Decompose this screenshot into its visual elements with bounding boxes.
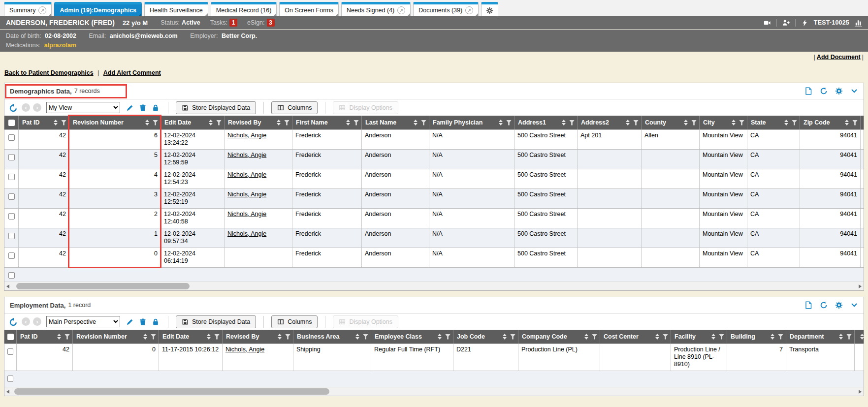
add-person-icon[interactable] (782, 19, 790, 27)
sort-icon[interactable] (57, 334, 61, 340)
edit-view-pencil-icon[interactable] (125, 318, 135, 326)
column-header-cost-center[interactable]: Cost Center (600, 330, 671, 344)
scroll-right-arrow[interactable] (859, 284, 862, 288)
select-all-checkbox[interactable] (4, 116, 18, 129)
h-scroll-thumb[interactable] (16, 283, 190, 289)
filter-icon[interactable] (285, 334, 290, 340)
sort-icon[interactable] (655, 334, 659, 340)
column-header-business-area[interactable]: Business Area (293, 330, 371, 344)
scroll-right-arrow[interactable] (859, 390, 862, 394)
filter-icon[interactable] (569, 120, 575, 125)
filter-icon[interactable] (506, 120, 512, 125)
column-header-first-name[interactable]: First Name (292, 116, 361, 129)
sort-icon[interactable] (54, 120, 58, 125)
sort-icon[interactable] (143, 334, 147, 340)
undo-icon[interactable] (8, 103, 19, 112)
sort-icon[interactable] (626, 120, 630, 125)
lock-view-icon[interactable] (151, 318, 161, 326)
sort-icon[interactable] (711, 334, 715, 340)
sort-icon[interactable] (584, 334, 588, 340)
popout-icon[interactable]: ↗ (38, 6, 46, 14)
sort-icon[interactable] (499, 120, 503, 125)
column-header-facility[interactable]: Facility (671, 330, 727, 344)
add-alert-comment-link[interactable]: Add Alert Comment (103, 69, 161, 76)
back-to-demographics-link[interactable]: Back to Patient Demographics (4, 69, 94, 76)
sort-icon[interactable] (355, 334, 359, 340)
row-checkbox[interactable] (7, 348, 13, 355)
collapse-chevron-icon[interactable] (850, 87, 858, 95)
column-header-edit-date[interactable]: Edit Date (161, 116, 224, 129)
sort-icon[interactable] (771, 334, 774, 340)
esign-count-badge[interactable]: 3 (267, 19, 275, 27)
filter-icon[interactable] (354, 120, 359, 125)
filter-icon[interactable] (284, 120, 289, 125)
tasks-count-badge[interactable]: 1 (229, 19, 237, 27)
medication-link[interactable]: alprazolam (44, 42, 76, 49)
revised-by-link[interactable]: Nichols, Angie (227, 211, 266, 218)
row-checkbox[interactable] (8, 252, 15, 259)
filter-icon[interactable] (592, 334, 597, 340)
row-checkbox[interactable] (8, 233, 15, 239)
row-checkbox[interactable] (8, 213, 15, 219)
settings-gear-icon[interactable] (835, 301, 843, 309)
column-header-pat-id[interactable]: Pat ID (16, 330, 72, 344)
column-header-pat-id[interactable]: Pat ID (18, 116, 69, 129)
settings-gear-icon[interactable] (835, 87, 843, 95)
undo-icon[interactable] (8, 317, 19, 326)
column-header-edit-date[interactable]: Edit Date (159, 330, 222, 344)
scroll-left-arrow[interactable] (6, 390, 9, 394)
h-scroll-thumb[interactable] (14, 388, 329, 395)
sort-icon[interactable] (839, 334, 843, 340)
row-checkbox[interactable] (8, 154, 15, 160)
row-checkbox[interactable] (8, 174, 15, 180)
column-header-state[interactable]: State (747, 116, 800, 129)
tab-on-screen-forms[interactable]: On Screen Forms (279, 2, 339, 16)
scroll-left-arrow[interactable] (6, 284, 9, 288)
tab-needs-signed-4[interactable]: Needs Signed (4)↗ (341, 2, 411, 16)
popout-icon[interactable]: ↗ (397, 6, 405, 14)
delete-view-trash-icon[interactable] (138, 104, 148, 112)
column-header-address1[interactable]: Address1 (514, 116, 577, 129)
row-checkbox[interactable] (7, 376, 13, 382)
revised-by-link[interactable]: Nichols, Angie (225, 346, 264, 353)
column-header-revised-by[interactable]: Revised By (222, 330, 293, 344)
filter-icon[interactable] (792, 120, 797, 125)
filter-icon[interactable] (214, 334, 220, 340)
h-scrollbar[interactable] (4, 387, 864, 396)
column-header-extra[interactable] (860, 116, 864, 129)
column-header-job-code[interactable]: Job Code (453, 330, 518, 344)
chart-icon-link[interactable] (855, 19, 862, 27)
filter-icon[interactable] (846, 334, 852, 340)
sort-icon[interactable] (209, 120, 213, 125)
filter-icon[interactable] (778, 334, 783, 340)
column-header-building[interactable]: Building (727, 330, 786, 344)
filter-icon[interactable] (421, 120, 426, 125)
sort-icon[interactable] (278, 334, 282, 340)
column-header-department[interactable]: Department (786, 330, 854, 344)
tab-summary[interactable]: Summary↗ (4, 2, 52, 16)
collapse-chevron-icon[interactable] (850, 301, 858, 309)
column-header-city[interactable]: City (699, 116, 747, 129)
column-header-h[interactable]: H (854, 330, 864, 344)
column-header-revised-by[interactable]: Revised By (224, 116, 292, 129)
nav-forward-icon[interactable]: › (33, 103, 41, 112)
sort-icon[interactable] (503, 334, 507, 340)
add-document-link[interactable]: Add Document (817, 54, 861, 61)
sort-icon[interactable] (562, 120, 566, 125)
filter-icon[interactable] (445, 334, 450, 340)
sort-icon[interactable] (845, 120, 849, 125)
tab-admin-19-demographics[interactable]: Admin (19):Demographics (54, 2, 142, 16)
document-icon[interactable] (804, 87, 812, 95)
column-header-zip-code[interactable]: Zip Code (800, 116, 860, 129)
filter-icon[interactable] (151, 334, 156, 340)
tab-medical-record-16[interactable]: Medical Record (16) (211, 2, 277, 16)
store-displayed-data-button[interactable]: Store Displayed Data (176, 315, 256, 328)
sort-icon[interactable] (732, 120, 736, 125)
filter-icon[interactable] (510, 334, 515, 340)
columns-button[interactable]: Columns (271, 315, 318, 328)
refresh-icon[interactable] (820, 301, 828, 309)
revised-by-link[interactable]: Nichols, Angie (227, 191, 266, 198)
row-checkbox[interactable] (8, 193, 15, 200)
column-header-company-code[interactable]: Company Code (518, 330, 600, 344)
delete-view-trash-icon[interactable] (138, 318, 148, 326)
